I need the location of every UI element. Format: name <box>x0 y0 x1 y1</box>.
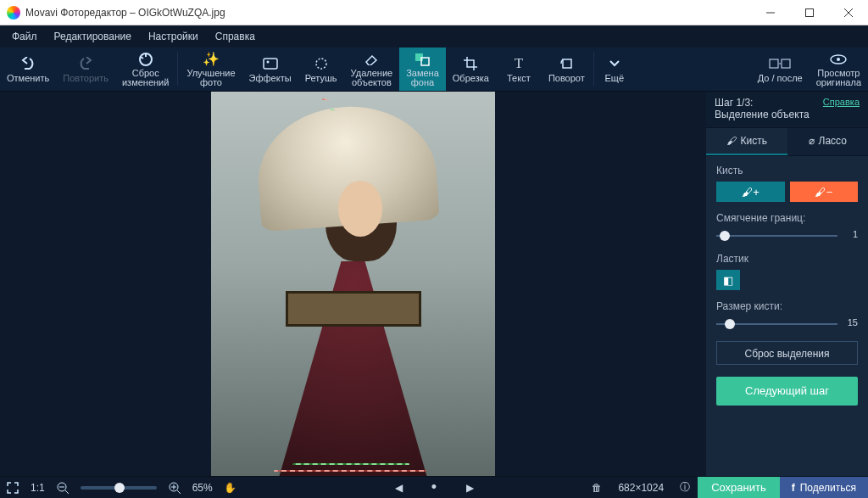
window-titlebar: Movavi Фоторедактор – OIGkOtWuZQA.jpg <box>0 0 868 25</box>
fullscreen-icon <box>7 482 19 494</box>
brush-plus-icon: 🖌 + <box>742 186 760 199</box>
delete-button[interactable]: 🗑 <box>584 477 609 499</box>
edge-softening-slider[interactable]: 1 <box>716 229 858 243</box>
zoom-value: 65% <box>187 482 218 494</box>
undo-button[interactable]: Отменить <box>0 48 56 91</box>
main-toolbar: Отменить Повторить Сбросизменений ✨ Улуч… <box>0 48 868 92</box>
app-logo-icon <box>7 6 20 20</box>
close-button[interactable] <box>829 0 868 25</box>
step-header: Справка Шаг 1/3: Выделение объекта <box>706 92 868 128</box>
reset-changes-button[interactable]: Сбросизменений <box>115 48 175 91</box>
actual-size-button[interactable]: 1:1 <box>25 477 50 499</box>
undo-label: Отменить <box>7 74 49 83</box>
crop-label: Обрезка <box>453 74 489 83</box>
facebook-icon: f <box>792 482 795 494</box>
eraser-section-label: Ластик <box>716 253 858 265</box>
svg-point-14 <box>837 58 840 61</box>
brush-icon: 🖌 <box>726 135 737 147</box>
reset-selection-button[interactable]: Сброс выделения <box>716 341 858 365</box>
next-image-button[interactable]: ▶ <box>457 477 482 499</box>
brush-minus-icon: 🖌 − <box>815 186 832 199</box>
tool-panel: Справка Шаг 1/3: Выделение объекта 🖌Кист… <box>706 92 868 476</box>
retouch-icon <box>314 55 328 72</box>
minimize-button[interactable] <box>751 0 790 25</box>
triangle-right-icon: ▶ <box>466 482 474 494</box>
edge-softening-label: Смягчение границ: <box>716 212 858 224</box>
redo-icon <box>77 55 94 72</box>
share-label: Поделиться <box>800 482 856 494</box>
tab-brush-label: Кисть <box>741 135 767 147</box>
menu-edit[interactable]: Редактирование <box>46 27 140 46</box>
background-replace-button[interactable]: Заменафона <box>399 48 446 91</box>
svg-line-19 <box>177 490 181 494</box>
tab-lasso[interactable]: ⌀Лассо <box>787 128 869 155</box>
brush-size-label: Размер кисти: <box>716 300 858 312</box>
reset-icon <box>138 51 153 67</box>
svg-point-6 <box>266 61 269 64</box>
text-button[interactable]: T Текст <box>496 48 542 91</box>
redo-button[interactable]: Повторить <box>56 48 115 91</box>
save-label: Сохранить <box>711 481 766 494</box>
rotate-label: Поворот <box>548 74 585 83</box>
triangle-left-icon: ◀ <box>395 482 403 494</box>
effects-icon <box>263 55 278 72</box>
maximize-button[interactable] <box>790 0 829 25</box>
brush-size-value: 15 <box>841 317 858 327</box>
fullscreen-button[interactable] <box>0 477 25 499</box>
photo <box>211 92 495 476</box>
svg-rect-12 <box>782 59 790 68</box>
brush-size-slider[interactable]: 15 <box>716 317 858 331</box>
text-label: Текст <box>507 74 531 83</box>
object-removal-button[interactable]: Удалениеобъектов <box>344 48 400 91</box>
eraser-tool-icon: ◧ <box>723 274 733 287</box>
menu-settings[interactable]: Настройки <box>140 27 207 46</box>
brush-add-button[interactable]: 🖌 + <box>716 182 785 202</box>
brush-section-label: Кисть <box>716 165 858 176</box>
background-icon <box>415 51 430 67</box>
background-label: Заменафона <box>406 69 439 87</box>
enhance-button[interactable]: ✨ Улучшениефото <box>180 48 242 91</box>
zoom-slider[interactable] <box>81 486 157 490</box>
text-icon: T <box>515 55 523 72</box>
tab-brush[interactable]: 🖌Кисть <box>706 128 787 155</box>
zoom-out-icon <box>57 482 69 494</box>
zoom-in-icon <box>169 482 181 494</box>
save-button[interactable]: Сохранить <box>698 477 780 499</box>
file-browser-button[interactable]: • <box>421 477 447 499</box>
window-title: Movavi Фоторедактор – OIGkOtWuZQA.jpg <box>25 7 225 19</box>
eraser-button[interactable]: ◧ <box>716 270 740 290</box>
zoom-out-button[interactable] <box>50 477 75 499</box>
edge-softening-value: 1 <box>841 229 858 239</box>
svg-rect-1 <box>806 8 814 16</box>
next-step-button[interactable]: Следующий шаг <box>716 377 858 406</box>
lasso-icon: ⌀ <box>809 135 815 147</box>
rotate-icon <box>559 55 574 72</box>
info-button[interactable]: ⓘ <box>672 477 698 499</box>
menu-help[interactable]: Справка <box>207 27 264 46</box>
share-button[interactable]: fПоделиться <box>780 477 868 499</box>
menu-file[interactable]: Файл <box>3 27 46 46</box>
image-canvas[interactable] <box>0 92 706 476</box>
before-after-button[interactable]: До / после <box>751 48 810 91</box>
effects-button[interactable]: Эффекты <box>242 48 298 91</box>
prev-image-button[interactable]: ◀ <box>386 477 411 499</box>
redo-label: Повторить <box>63 74 108 83</box>
view-original-button[interactable]: Просмотроригинала <box>810 48 868 91</box>
rotate-button[interactable]: Поворот <box>542 48 592 91</box>
eraser-icon <box>364 51 379 67</box>
more-label: Ещё <box>605 74 625 83</box>
retouch-button[interactable]: Ретушь <box>298 48 344 91</box>
view-original-label: Просмотроригинала <box>816 69 861 87</box>
hand-icon: ✋ <box>224 482 236 494</box>
zoom-in-button[interactable] <box>162 477 187 499</box>
more-tools-button[interactable]: Ещё <box>596 48 633 91</box>
crop-button[interactable]: Обрезка <box>446 48 496 91</box>
pan-hand-button[interactable]: ✋ <box>218 477 243 499</box>
panel-help-link[interactable]: Справка <box>823 97 860 107</box>
menu-bar: Файл Редактирование Настройки Справка <box>0 25 868 48</box>
trash-icon: 🗑 <box>592 482 602 494</box>
before-after-label: До / после <box>758 74 803 83</box>
brush-subtract-button[interactable]: 🖌 − <box>790 182 859 202</box>
tab-lasso-label: Лассо <box>819 135 847 147</box>
step-title: Выделение объекта <box>715 109 860 120</box>
